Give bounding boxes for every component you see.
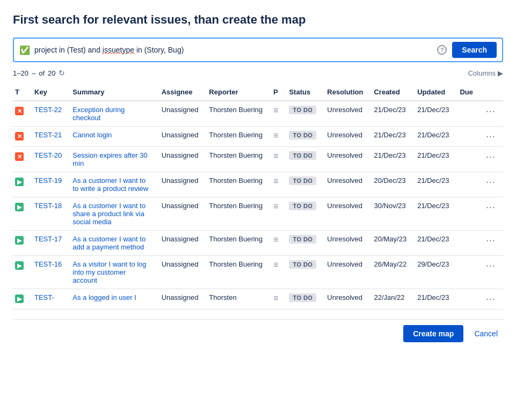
status-badge: TO DO bbox=[289, 176, 316, 185]
resolution-cell: Unresolved bbox=[322, 256, 368, 289]
issue-key-link[interactable]: TEST-20 bbox=[34, 151, 62, 159]
issue-summary-link[interactable]: Cannot login bbox=[72, 131, 112, 139]
issue-key-link[interactable]: TEST-22 bbox=[34, 106, 62, 114]
check-icon: ✅ bbox=[19, 45, 30, 55]
table-row: ▶TEST-16As a visitor I want to log into … bbox=[13, 256, 503, 289]
row-more-button[interactable]: ··· bbox=[484, 293, 498, 305]
cancel-button[interactable]: Cancel bbox=[469, 325, 503, 342]
assignee-cell: Unassigned bbox=[156, 101, 204, 127]
due-date bbox=[454, 172, 478, 197]
table-row: ▶TEST-19As a customer I want to to write… bbox=[13, 172, 503, 197]
due-date bbox=[454, 197, 478, 231]
issue-key-link[interactable]: TEST-19 bbox=[34, 176, 62, 185]
results-info: 1–20 – of 20 ↻ Columns ▶ bbox=[13, 69, 503, 77]
issue-summary-link[interactable]: Exception during checkout bbox=[72, 106, 125, 122]
row-more-button[interactable]: ··· bbox=[484, 151, 498, 163]
type-icon-story: ▶ bbox=[15, 261, 24, 270]
reporter-cell: Thorsten Buering bbox=[204, 127, 268, 147]
help-icon[interactable]: ? bbox=[437, 45, 447, 55]
priority-icon: ≡ bbox=[273, 293, 278, 303]
resolution-cell: Unresolved bbox=[322, 231, 368, 256]
row-more-button[interactable]: ··· bbox=[484, 235, 498, 246]
row-more-button[interactable]: ··· bbox=[484, 131, 498, 142]
issue-key-link[interactable]: TEST-17 bbox=[34, 235, 62, 243]
created-date: 20/Dec/23 bbox=[368, 172, 412, 197]
priority-icon: ≡ bbox=[273, 235, 278, 245]
updated-date: 21/Dec/23 bbox=[412, 197, 454, 231]
results-total: 20 bbox=[48, 69, 55, 77]
col-key: Key bbox=[29, 84, 67, 101]
updated-date: 21/Dec/23 bbox=[412, 172, 454, 197]
assignee-cell: Unassigned bbox=[156, 127, 204, 147]
search-button[interactable]: Search bbox=[452, 42, 497, 58]
resolution-cell: Unresolved bbox=[322, 127, 368, 147]
table-row: ▶TEST-18As a customer I want to share a … bbox=[13, 197, 503, 231]
type-icon-story: ▶ bbox=[15, 236, 24, 245]
status-badge: TO DO bbox=[289, 131, 316, 139]
results-count: 1–20 – of 20 ↻ bbox=[13, 69, 65, 77]
col-status: Status bbox=[284, 84, 322, 101]
columns-button[interactable]: Columns ▶ bbox=[468, 69, 503, 77]
assignee-cell: Unassigned bbox=[156, 147, 204, 172]
issue-summary-link[interactable]: As a customer I want to share a product … bbox=[72, 202, 146, 226]
type-icon-story: ▶ bbox=[15, 294, 24, 303]
status-badge: TO DO bbox=[289, 202, 316, 210]
type-icon-bug: ✕ bbox=[15, 107, 24, 115]
updated-date: 21/Dec/23 bbox=[412, 289, 454, 310]
row-more-button[interactable]: ··· bbox=[484, 176, 498, 188]
status-badge: TO DO bbox=[289, 151, 316, 160]
updated-date: 21/Dec/23 bbox=[412, 231, 454, 256]
assignee-cell: Unassigned bbox=[156, 256, 204, 289]
table-row: ✕TEST-20Session expires after 30 minUnas… bbox=[13, 147, 503, 172]
priority-icon: ≡ bbox=[273, 151, 278, 161]
priority-icon: ≡ bbox=[273, 106, 278, 115]
issue-key-link[interactable]: TEST- bbox=[34, 293, 54, 301]
refresh-icon[interactable]: ↻ bbox=[59, 69, 65, 77]
assignee-cell: Unassigned bbox=[156, 172, 204, 197]
reporter-cell: Thorsten Buering bbox=[204, 147, 268, 172]
col-reporter: Reporter bbox=[204, 84, 268, 101]
row-more-button[interactable]: ··· bbox=[484, 260, 498, 271]
reporter-cell: Thorsten Buering bbox=[204, 256, 268, 289]
col-updated: Updated bbox=[412, 84, 454, 101]
priority-icon: ≡ bbox=[273, 202, 278, 211]
issue-key-link[interactable]: TEST-21 bbox=[34, 131, 62, 139]
issue-key-link[interactable]: TEST-18 bbox=[34, 202, 62, 210]
created-date: 30/Nov/23 bbox=[368, 197, 412, 231]
resolution-cell: Unresolved bbox=[322, 101, 368, 127]
row-more-button[interactable]: ··· bbox=[484, 106, 498, 117]
updated-date: 21/Dec/23 bbox=[412, 101, 454, 127]
status-badge: TO DO bbox=[289, 293, 316, 302]
columns-label: Columns bbox=[468, 69, 496, 77]
issue-summary-link[interactable]: As a visitor I want to log into my custo… bbox=[72, 260, 146, 284]
col-actions bbox=[478, 84, 503, 101]
type-icon-bug: ✕ bbox=[15, 132, 24, 141]
col-priority: P bbox=[268, 84, 284, 101]
col-due: Due bbox=[454, 84, 478, 101]
results-separator: – bbox=[32, 69, 35, 77]
row-more-button[interactable]: ··· bbox=[484, 202, 498, 213]
priority-icon: ≡ bbox=[273, 176, 278, 186]
reporter-cell: Thorsten Buering bbox=[204, 197, 268, 231]
results-total-label: of bbox=[39, 69, 45, 77]
reporter-cell: Thorsten bbox=[204, 289, 268, 310]
status-badge: TO DO bbox=[289, 260, 316, 269]
issue-summary-link[interactable]: Session expires after 30 min bbox=[72, 151, 147, 167]
updated-date: 21/Dec/23 bbox=[412, 147, 454, 172]
table-row: ▶TEST-As a logged in user IUnassignedTho… bbox=[13, 289, 503, 310]
due-date bbox=[454, 101, 478, 127]
type-icon-story: ▶ bbox=[15, 203, 24, 211]
issue-summary-link[interactable]: As a customer I want to add a payment me… bbox=[72, 235, 146, 251]
col-type: T bbox=[13, 84, 29, 101]
create-map-button[interactable]: Create map bbox=[403, 325, 463, 342]
issues-table-wrapper: T Key Summary Assignee Reporter P Status… bbox=[13, 84, 503, 310]
issue-summary-link[interactable]: As a customer I want to to write a produ… bbox=[72, 176, 148, 193]
issue-key-link[interactable]: TEST-16 bbox=[34, 260, 62, 268]
issue-summary-link[interactable]: As a logged in user I bbox=[72, 293, 136, 301]
assignee-cell: Unassigned bbox=[156, 231, 204, 256]
due-date bbox=[454, 289, 478, 310]
created-date: 20/May/23 bbox=[368, 231, 412, 256]
reporter-cell: Thorsten Buering bbox=[204, 172, 268, 197]
status-badge: TO DO bbox=[289, 235, 316, 244]
due-date bbox=[454, 147, 478, 172]
